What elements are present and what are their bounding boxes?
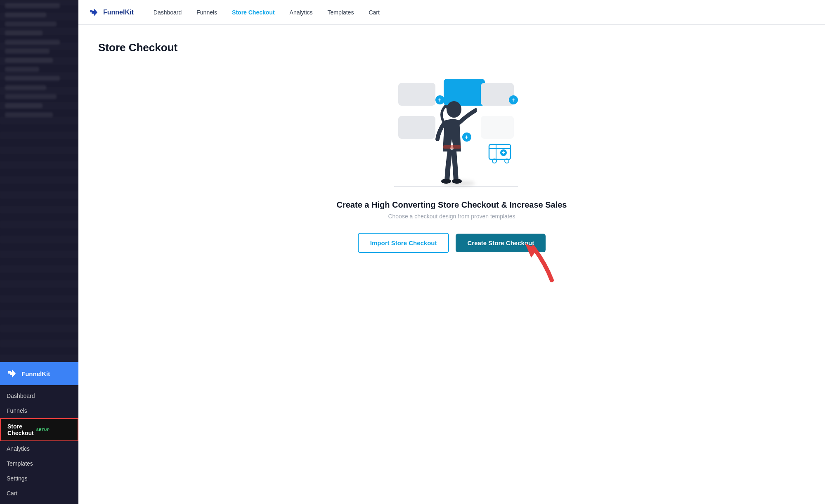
topnav-link-dashboard[interactable]: Dashboard <box>147 6 189 19</box>
cart-icon: + <box>487 141 514 166</box>
sidebar-blur-area <box>0 0 78 362</box>
topnav-logo-icon <box>88 7 100 18</box>
person-illustration <box>427 98 477 186</box>
sidebar-logo-icon <box>7 368 18 379</box>
topnav-links: Dashboard Funnels Store Checkout Analyti… <box>147 6 815 19</box>
sidebar: FunnelKit Dashboard Funnels StoreCheckou… <box>0 0 78 504</box>
topnav-link-templates[interactable]: Templates <box>321 6 361 19</box>
setup-badge: SETUP <box>36 428 50 432</box>
sidebar-item-templates[interactable]: Templates <box>0 456 78 471</box>
sidebar-item-dashboard[interactable]: Dashboard <box>0 388 78 403</box>
sidebar-item-cart[interactable]: Cart <box>0 486 78 501</box>
ill-rect-top-right <box>481 83 514 106</box>
page-title: Store Checkout <box>98 41 177 54</box>
topnav-logo[interactable]: FunnelKit <box>88 7 134 18</box>
svg-text:+: + <box>502 150 505 156</box>
sidebar-item-label-dashboard: Dashboard <box>7 393 35 399</box>
svg-rect-2 <box>443 145 461 149</box>
sidebar-item-label-settings: Settings <box>7 475 28 482</box>
sidebar-item-funnels[interactable]: Funnels <box>0 403 78 418</box>
hero-illustration: + + + <box>382 71 522 190</box>
svg-rect-5 <box>489 144 511 159</box>
hero-area: + + + <box>98 71 805 253</box>
topnav-link-funnels[interactable]: Funnels <box>190 6 224 19</box>
sidebar-item-store-checkout[interactable]: StoreCheckout SETUP <box>0 418 78 441</box>
hero-subtext: Choose a checkout design from proven tem… <box>388 213 515 220</box>
import-store-checkout-button[interactable]: Import Store Checkout <box>358 233 449 253</box>
topnav-link-cart[interactable]: Cart <box>362 6 386 19</box>
sidebar-brand[interactable]: FunnelKit <box>0 362 78 385</box>
sidebar-brand-name: FunnelKit <box>21 370 50 377</box>
sidebar-item-label-funnels: Funnels <box>7 407 27 414</box>
page-content: Store Checkout + + + <box>78 25 825 504</box>
topnav-brand-name: FunnelKit <box>103 9 134 16</box>
ill-rect-mid-right <box>481 116 514 139</box>
sidebar-item-label-cart: Cart <box>7 490 17 497</box>
topnav-link-store-checkout[interactable]: Store Checkout <box>225 6 281 19</box>
person-shadow <box>442 180 475 186</box>
sidebar-item-settings[interactable]: Settings <box>0 471 78 486</box>
sidebar-item-label-templates: Templates <box>7 460 33 467</box>
red-arrow-indicator <box>521 239 558 286</box>
hero-heading: Create a High Converting Store Checkout … <box>337 200 567 210</box>
sidebar-item-label-store-checkout: StoreCheckout SETUP <box>7 423 50 436</box>
topnav-link-analytics[interactable]: Analytics <box>283 6 319 19</box>
main-area: FunnelKit Dashboard Funnels Store Checko… <box>78 0 825 504</box>
cta-row: Import Store Checkout Create Store Check… <box>358 233 546 253</box>
ground-line <box>394 186 518 187</box>
sidebar-item-analytics[interactable]: Analytics <box>0 441 78 456</box>
top-navigation: FunnelKit Dashboard Funnels Store Checko… <box>78 0 825 25</box>
sidebar-nav: Dashboard Funnels StoreCheckout SETUP An… <box>0 385 78 504</box>
svg-point-0 <box>447 101 461 118</box>
sidebar-item-label-analytics: Analytics <box>7 445 30 452</box>
ill-plus-2: + <box>509 95 518 104</box>
store-checkout-label1: StoreCheckout <box>7 423 34 436</box>
